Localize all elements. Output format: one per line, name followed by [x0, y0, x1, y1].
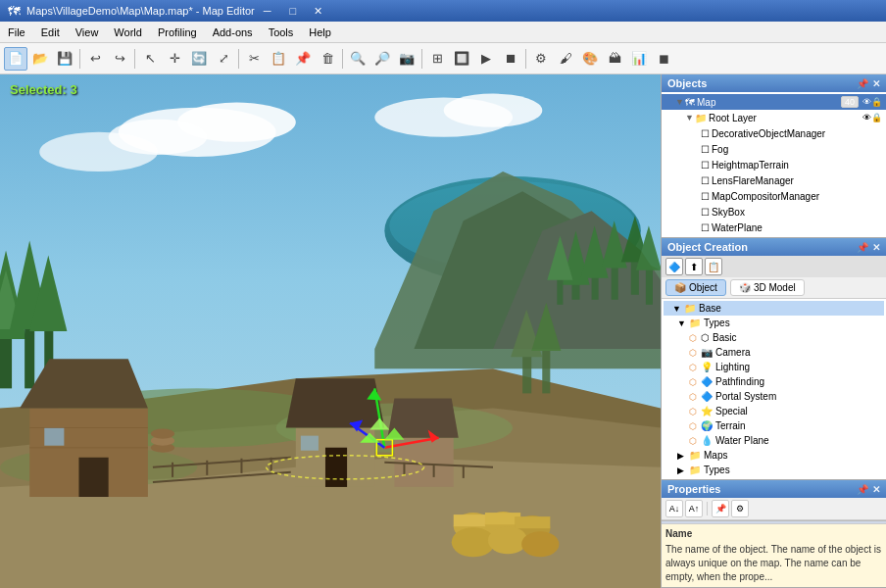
creation-item-waterplane[interactable]: ⬡ 💧 Water Plane	[664, 433, 884, 448]
tool-copy[interactable]: 📋	[267, 47, 290, 71]
menu-edit[interactable]: Edit	[33, 22, 68, 42]
tool-settings[interactable]: ⚙	[529, 47, 553, 71]
main-layout: Selected: 3 Objects 📌 ✕ ▼ 🗺 Map 40	[0, 74, 886, 588]
tree-item-fog[interactable]: ☐ Fog	[662, 141, 886, 157]
tool-new[interactable]: 📄	[4, 47, 27, 71]
name-desc-text: The name of the object. The name of the …	[665, 543, 882, 584]
viewport[interactable]: Selected: 3	[0, 74, 661, 588]
creation-close-icon[interactable]: ✕	[872, 242, 880, 253]
tree-item-heightmap[interactable]: ☐ HeightmapTerrain	[662, 157, 886, 172]
object-icon: ☐	[701, 128, 710, 139]
creation-item-pathfinding[interactable]: ⬡ 🔷 Pathfinding	[664, 374, 884, 389]
creation-item-basic[interactable]: ⬡ ⬡ Basic	[664, 330, 884, 345]
tree-badge-map: 40	[841, 96, 859, 108]
toolbar-sep-2	[134, 49, 135, 69]
maximize-button[interactable]: □	[280, 0, 306, 22]
tool-save[interactable]: 💾	[53, 47, 76, 71]
object-icon: ☐	[701, 160, 710, 171]
creation-tool-1[interactable]: 🔷	[665, 258, 683, 275]
creation-item-portalsystem[interactable]: ⬡ 🔷 Portal System	[664, 389, 884, 404]
tool-extra1[interactable]: 📊	[627, 47, 651, 71]
menu-profiling[interactable]: Profiling	[150, 22, 205, 42]
prop-pin-button[interactable]: 📌	[712, 500, 729, 517]
close-button[interactable]: ✕	[306, 0, 331, 22]
tool-stop[interactable]: ⏹	[499, 47, 522, 71]
creation-item-camera[interactable]: ⬡ 📷 Camera	[664, 345, 884, 360]
prop-sort-za-button[interactable]: A↑	[685, 500, 703, 517]
scene-canvas	[0, 74, 661, 588]
tool-brush[interactable]: 🖌	[554, 47, 577, 71]
creation-label-maps: Maps	[704, 450, 727, 461]
minimize-button[interactable]: ─	[255, 0, 280, 22]
tool-delete[interactable]: 🗑	[316, 47, 339, 71]
tool-undo[interactable]: ↩	[83, 47, 107, 71]
tool-camera[interactable]: 📷	[395, 47, 418, 71]
creation-item-terrain[interactable]: ⬡ 🌍 Terrain	[664, 418, 884, 433]
tool-paste[interactable]: 📌	[291, 47, 315, 71]
tree-icon-map: 🗺	[685, 97, 695, 108]
menu-view[interactable]: View	[68, 22, 107, 42]
name-desc-title: Name	[665, 527, 882, 541]
tool-grid[interactable]: ⊞	[425, 47, 449, 71]
tree-item-decorative[interactable]: ☐ DecorativeObjectManager	[662, 125, 886, 141]
tree-item-waterplane[interactable]: ☐ WaterPlane	[662, 220, 886, 235]
creation-content: ▼ 📁 Base ▼ 📁 Types ⬡ ⬡ Basic ⬡ 📷	[662, 299, 886, 479]
svg-point-5	[444, 94, 543, 127]
creation-label-types2: Types	[704, 465, 730, 475]
object-icon: ☐	[701, 175, 710, 186]
tool-extra2[interactable]: ◼	[652, 47, 675, 71]
creation-tool-2[interactable]: ⬆	[685, 258, 703, 275]
menu-tools[interactable]: Tools	[261, 22, 302, 42]
object-icon: ☐	[701, 207, 710, 218]
menu-addons[interactable]: Add-ons	[205, 22, 261, 42]
creation-item-maps[interactable]: ▶ 📁 Maps	[664, 448, 884, 463]
creation-item-types2[interactable]: ▶ 📁 Types	[664, 463, 884, 477]
prop-sort-az-button[interactable]: A↓	[665, 500, 683, 517]
properties-pin-icon[interactable]: 📌	[857, 484, 868, 495]
creation-tool-3[interactable]: 📋	[705, 258, 722, 275]
objects-pin-icon[interactable]: 📌	[857, 78, 868, 89]
creation-item-special[interactable]: ⬡ ⭐ Special	[664, 404, 884, 418]
prop-toolbar-sep	[707, 502, 708, 515]
tool-rotate[interactable]: 🔄	[187, 47, 211, 71]
creation-pin-icon[interactable]: 📌	[857, 242, 868, 253]
tool-open[interactable]: 📂	[28, 47, 52, 71]
tool-zoom-in[interactable]: 🔍	[346, 47, 369, 71]
tool-snap[interactable]: 🔲	[450, 47, 473, 71]
objects-close-icon[interactable]: ✕	[872, 78, 880, 89]
creation-item-types[interactable]: ▼ 📁 Types	[664, 316, 884, 330]
svg-point-75	[521, 531, 559, 557]
tool-scale[interactable]: ⤢	[212, 47, 235, 71]
properties-toolbar: A↓ A↑ 📌 ⚙	[662, 498, 886, 520]
tree-label: Fog	[712, 144, 882, 155]
tool-cut[interactable]: ✂	[242, 47, 266, 71]
tool-zoom-out[interactable]: 🔎	[370, 47, 394, 71]
properties-close-icon[interactable]: ✕	[872, 484, 880, 495]
menu-help[interactable]: Help	[301, 22, 339, 42]
tab-3dmodel[interactable]: 🎲 3D Model	[730, 279, 805, 296]
tree-item-map[interactable]: ▼ 🗺 Map 40 👁🔒	[662, 94, 886, 110]
selected-label: Selected: 3	[10, 82, 77, 97]
tree-label: DecorativeObjectManager	[712, 128, 882, 139]
titlebar-title: Maps\VillageDemo\Map\Map.map* - Map Edit…	[26, 5, 255, 17]
tree-item-root-layer[interactable]: ▼ 📁 Root Layer 👁🔒	[662, 110, 886, 125]
menu-world[interactable]: World	[106, 22, 150, 42]
tool-redo[interactable]: ↪	[108, 47, 131, 71]
creation-item-lighting[interactable]: ⬡ 💡 Lighting	[664, 360, 884, 374]
tree-arrow: ▼	[685, 113, 695, 122]
svg-rect-53	[325, 448, 347, 487]
tab-object[interactable]: 📦 Object	[665, 279, 726, 296]
model-tab-label: 3D Model	[754, 282, 796, 293]
tool-select[interactable]: ↖	[138, 47, 162, 71]
tree-item-lensflare[interactable]: ☐ LensFlareManager	[662, 172, 886, 188]
tool-move[interactable]: ✛	[163, 47, 186, 71]
tree-item-mapcomp[interactable]: ☐ MapCompositorManager	[662, 188, 886, 204]
tool-paint[interactable]: 🎨	[578, 47, 602, 71]
tree-label: Root Layer	[709, 113, 859, 123]
menu-file[interactable]: File	[0, 22, 33, 42]
tree-item-skybox[interactable]: ☐ SkyBox	[662, 204, 886, 220]
tool-play[interactable]: ▶	[474, 47, 498, 71]
tool-terrain[interactable]: 🏔	[603, 47, 626, 71]
creation-item-base[interactable]: ▼ 📁 Base	[664, 301, 884, 316]
prop-settings-button[interactable]: ⚙	[731, 500, 749, 517]
